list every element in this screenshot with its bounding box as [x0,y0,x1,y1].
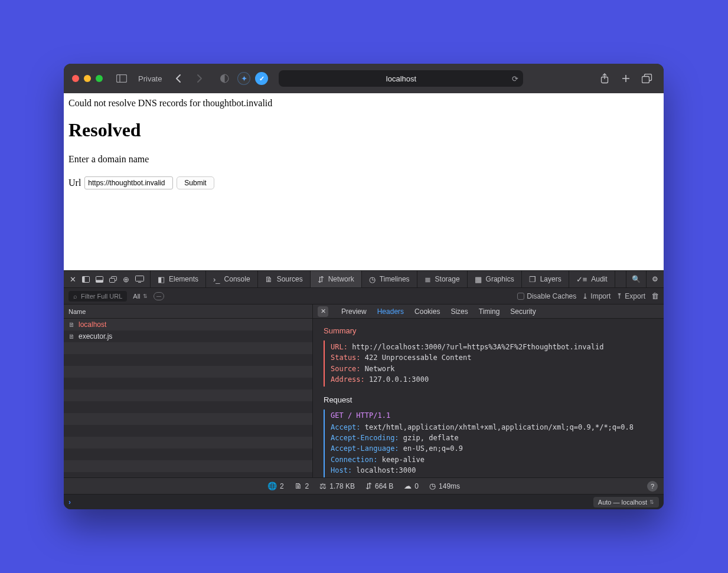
extension-pill-1[interactable]: ✦ [237,72,250,85]
page-content: Could not resolve DNS records for though… [64,93,664,270]
network-statusbar: 🌐2 🗎2 ⚖1.78 KB ⇵664 B ☁0 ◷149ms ? [64,477,664,494]
export-button[interactable]: ⤒Export [616,292,645,300]
fullscreen-window-button[interactable] [96,75,103,82]
devtools-settings-icon[interactable]: ⚙ [646,271,664,287]
tab-network[interactable]: ⇵Network [311,271,362,287]
tab-layers[interactable]: ❐Layers [522,271,569,287]
tab-audit[interactable]: ✓≡Audit [569,271,615,287]
network-panel-body: Name 🗎localhost🗎executor.js ✕ Preview He… [64,304,664,477]
empty-row [64,342,312,354]
console-context-select[interactable]: Auto — localhost ⇅ [593,497,659,507]
request-header-row: Accept-Language: en-US,en;q=0.9 [331,444,653,454]
grouping-toggle[interactable] [154,292,164,300]
dock-left-icon[interactable] [82,276,90,283]
header-value: text/html,application/xhtml+xml,applicat… [365,423,634,431]
share-icon[interactable] [596,70,613,87]
devtools-tabstrip: ✕ ⊕ ◧Elements ›_Console 🗎Sources ⇵Networ… [64,270,664,288]
network-icon: ⇵ [318,275,324,284]
page-heading: Resolved [68,119,659,141]
request-detail: ✕ Preview Headers Cookies Sizes Timing S… [313,304,664,477]
type-filter-select[interactable]: All ⇅ [133,293,147,300]
request-row[interactable]: 🗎localhost [64,319,312,330]
subtab-security[interactable]: Security [510,307,536,316]
empty-row [64,389,312,401]
elements-icon: ◧ [158,275,165,284]
titlebar: Private ✦ ✓ localhost ⟳ [64,64,664,93]
tab-elements[interactable]: ◧Elements [151,271,206,287]
empty-row [64,378,312,389]
form-hint: Enter a domain name [68,154,659,165]
forward-button[interactable] [191,70,208,87]
subtab-timing[interactable]: Timing [479,307,500,316]
stat-documents: 🗎2 [295,482,309,490]
request-row[interactable]: 🗎executor.js [64,330,312,342]
svg-rect-0 [117,75,127,83]
dock-bottom-icon[interactable] [96,276,103,283]
graphics-icon: ▦ [475,275,482,284]
subtab-cookies[interactable]: Cookies [414,307,440,316]
close-detail-icon[interactable]: ✕ [318,306,328,317]
devtools-search-icon[interactable]: 🔍 [626,271,646,287]
minimize-window-button[interactable] [84,75,91,82]
url-filter-input[interactable]: ⌕ Filter Full URL [68,291,127,302]
tab-timelines[interactable]: ◷Timelines [362,271,417,287]
import-icon: ⤓ [582,292,588,300]
tab-graphics[interactable]: ▦Graphics [468,271,522,287]
empty-row [64,437,312,448]
tab-storage[interactable]: ≣Storage [417,271,468,287]
help-icon[interactable]: ? [647,481,658,492]
dock-popout-icon[interactable] [109,276,117,283]
tab-console[interactable]: ›_Console [206,271,258,287]
clear-requests-icon[interactable]: 🗑 [651,292,659,300]
transfer-icon: ⇵ [365,482,372,490]
cloud-icon: ☁ [404,482,412,490]
extension-pill-2[interactable]: ✓ [255,72,268,85]
summary-address-key: Address: [331,375,365,384]
header-value: en-US,en;q=0.9 [403,444,463,453]
private-mode-label: Private [138,74,162,83]
console-prompt-icon: › [68,498,71,506]
tab-sources[interactable]: 🗎Sources [258,271,311,287]
stat-weight: ⚖1.78 KB [319,482,355,490]
reload-icon[interactable]: ⟳ [512,74,518,83]
close-devtools-icon[interactable]: ✕ [70,275,76,284]
storage-icon: ≣ [425,275,431,284]
back-button[interactable] [170,70,187,87]
layers-icon: ❐ [529,275,536,284]
header-value: keep-alive [382,456,425,464]
request-section-title: Request [324,395,653,406]
network-toolbar: ⌕ Filter Full URL All ⇅ Disable Caches ⤓… [64,288,664,304]
chevron-updown-icon: ⇅ [649,499,654,505]
address-bar[interactable]: localhost ⟳ [279,70,523,87]
header-value: gzip, deflate [403,434,459,442]
tab-overview-icon[interactable] [639,70,655,87]
clock-icon: ◷ [429,482,436,490]
disable-caches-checkbox[interactable]: Disable Caches [517,292,576,300]
svg-rect-9 [83,276,85,282]
subtab-sizes[interactable]: Sizes [450,307,468,316]
header-key: Accept: [331,423,361,431]
stat-cloud: ☁0 [404,482,419,490]
close-window-button[interactable] [72,75,79,82]
new-tab-icon[interactable] [618,70,634,87]
import-button[interactable]: ⤓Import [582,292,611,300]
summary-status-value: 422 Unprocessable Content [365,353,472,362]
request-header-row: Connection: keep-alive [331,455,653,465]
device-icon[interactable] [135,276,144,283]
url-form: Url Submit [68,176,659,189]
sidebar-toggle-icon[interactable] [113,70,130,87]
export-icon: ⤒ [616,292,622,300]
console-icon: ›_ [213,275,220,284]
request-list-header[interactable]: Name [64,304,312,319]
summary-status-key: Status: [331,353,361,362]
subtab-preview[interactable]: Preview [341,307,367,316]
filter-icon: ⌕ [73,293,77,300]
timelines-icon: ◷ [369,275,376,284]
subtab-headers[interactable]: Headers [377,307,404,316]
request-row-name: localhost [79,320,106,329]
submit-button[interactable]: Submit [177,176,214,189]
url-input[interactable] [84,176,173,189]
target-picker-icon[interactable]: ⊕ [123,275,129,284]
privacy-shield-icon[interactable] [216,70,233,87]
empty-row [64,460,312,472]
